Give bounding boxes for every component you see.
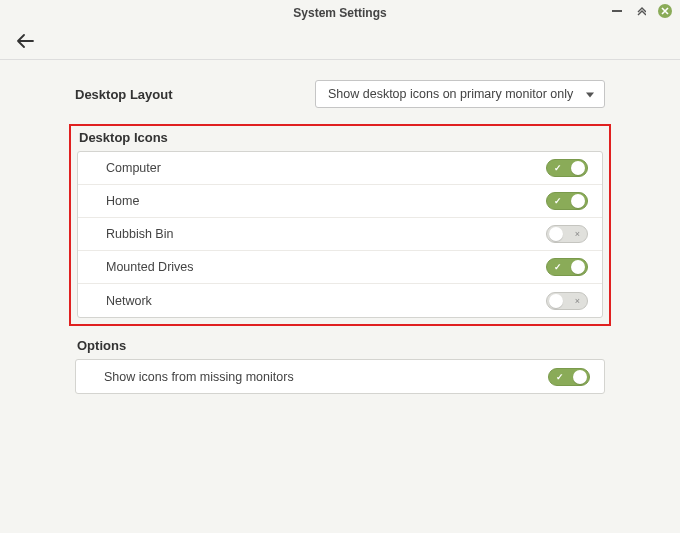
row-network: Network ×: [78, 284, 602, 317]
toggle-mounted-drives[interactable]: ✓: [546, 258, 588, 276]
window-controls: [610, 4, 672, 18]
desktop-icons-header: Desktop Icons: [77, 130, 603, 145]
toggle-missing-monitors[interactable]: ✓: [548, 368, 590, 386]
toolbar: [0, 26, 680, 60]
toggle-knob: [549, 294, 563, 308]
svg-rect-0: [612, 10, 622, 12]
window-title: System Settings: [293, 6, 386, 20]
toggle-home[interactable]: ✓: [546, 192, 588, 210]
options-panel: Show icons from missing monitors ✓: [75, 359, 605, 394]
toggle-knob: [549, 227, 563, 241]
options-section: Options Show icons from missing monitors…: [75, 338, 605, 394]
toggle-knob: [571, 260, 585, 274]
content-area: Desktop Layout Show desktop icons on pri…: [0, 60, 680, 430]
desktop-layout-row: Desktop Layout Show desktop icons on pri…: [75, 80, 605, 108]
toggle-knob: [573, 370, 587, 384]
row-label: Network: [106, 294, 152, 308]
row-label: Home: [106, 194, 139, 208]
row-missing-monitors: Show icons from missing monitors ✓: [76, 360, 604, 393]
check-icon: ✓: [556, 372, 564, 382]
close-button[interactable]: [658, 4, 672, 18]
highlight-annotation: Desktop Icons Computer ✓ Home ✓: [69, 124, 611, 326]
minimize-button[interactable]: [610, 4, 624, 18]
toggle-knob: [571, 194, 585, 208]
row-label: Rubbish Bin: [106, 227, 173, 241]
row-mounted-drives: Mounted Drives ✓: [78, 251, 602, 284]
toggle-knob: [571, 161, 585, 175]
row-computer: Computer ✓: [78, 152, 602, 185]
check-icon: ✓: [554, 163, 562, 173]
desktop-icons-section: Desktop Icons Computer ✓ Home ✓: [77, 130, 603, 318]
toggle-computer[interactable]: ✓: [546, 159, 588, 177]
desktop-layout-dropdown[interactable]: Show desktop icons on primary monitor on…: [315, 80, 605, 108]
row-home: Home ✓: [78, 185, 602, 218]
desktop-layout-selected: Show desktop icons on primary monitor on…: [328, 87, 573, 101]
row-rubbish-bin: Rubbish Bin ×: [78, 218, 602, 251]
titlebar: System Settings: [0, 0, 680, 26]
check-icon: ✓: [554, 262, 562, 272]
x-icon: ×: [575, 229, 580, 239]
options-header: Options: [75, 338, 605, 353]
desktop-layout-label: Desktop Layout: [75, 87, 295, 102]
toggle-rubbish-bin[interactable]: ×: [546, 225, 588, 243]
row-label: Computer: [106, 161, 161, 175]
back-button[interactable]: [12, 30, 38, 55]
row-label: Mounted Drives: [106, 260, 194, 274]
toggle-network[interactable]: ×: [546, 292, 588, 310]
row-label: Show icons from missing monitors: [104, 370, 294, 384]
maximize-button[interactable]: [634, 4, 648, 18]
desktop-icons-panel: Computer ✓ Home ✓ Rubb: [77, 151, 603, 318]
check-icon: ✓: [554, 196, 562, 206]
x-icon: ×: [575, 296, 580, 306]
